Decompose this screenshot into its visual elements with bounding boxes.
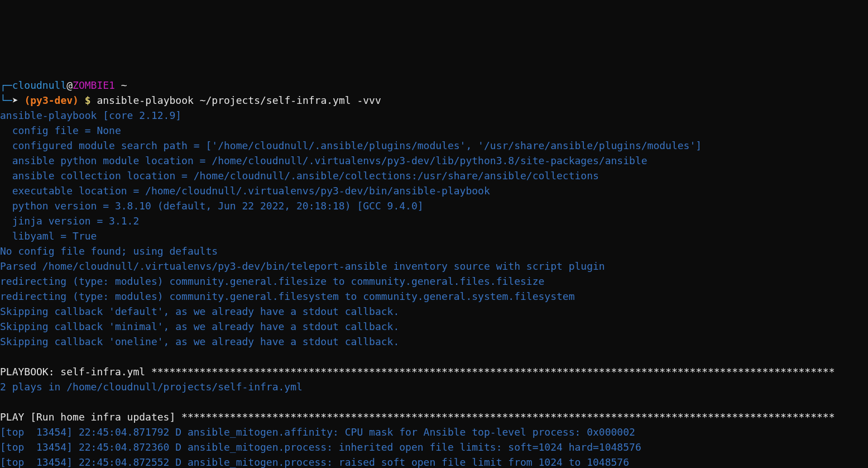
- prompt-corner-top: ┌─: [0, 79, 12, 91]
- module-search-path-line: configured module search path = ['/home/…: [0, 140, 702, 151]
- mitogen-log-line: [top 13454] 22:45:04.871792 D ansible_mi…: [0, 426, 635, 438]
- libyaml-line: libyaml = True: [0, 230, 97, 242]
- config-file-line: config file = None: [0, 125, 121, 136]
- skip-minimal-callback-line: Skipping callback 'minimal', as we alrea…: [0, 321, 399, 332]
- skip-default-callback-line: Skipping callback 'default', as we alrea…: [0, 305, 399, 317]
- prompt-user: cloudnull: [12, 79, 67, 91]
- prompt-line-2: └─➤ (py3-dev) $ ansible-playbook ~/proje…: [0, 94, 381, 106]
- python-version-line: python version = 3.8.10 (default, Jun 22…: [0, 200, 424, 212]
- no-config-line: No config file found; using defaults: [0, 245, 218, 257]
- collection-location-line: ansible collection location = /home/clou…: [0, 170, 599, 182]
- executable-location-line: executable location = /home/cloudnull/.v…: [0, 185, 490, 197]
- parsed-inventory-line: Parsed /home/cloudnull/.virtualenvs/py3-…: [0, 260, 605, 272]
- play-banner: PLAY [Run home infra updates] **********…: [0, 411, 835, 423]
- prompt-arrow: ➤: [12, 94, 25, 106]
- python-module-location-line: ansible python module location = /home/c…: [0, 155, 648, 166]
- terminal-output[interactable]: ┌─cloudnull@ZOMBIE1 ~ └─➤ (py3-dev) $ an…: [0, 75, 868, 468]
- prompt-host: ZOMBIE1: [73, 79, 115, 91]
- playbook-plays-count: 2 plays in /home/cloudnull/projects/self…: [0, 381, 303, 393]
- skip-oneline-callback-line: Skipping callback 'oneline', as we alrea…: [0, 336, 399, 347]
- prompt-dollar: $: [79, 94, 97, 106]
- mitogen-log-line: [top 13454] 22:45:04.872552 D ansible_mi…: [0, 456, 629, 468]
- jinja-version-line: jinja version = 3.1.2: [0, 215, 139, 227]
- prompt-venv: (py3-dev): [24, 94, 79, 106]
- ansible-version-line: ansible-playbook [core 2.12.9]: [0, 109, 181, 121]
- redirect-filesystem-line: redirecting (type: modules) community.ge…: [0, 290, 575, 302]
- prompt-line-1: ┌─cloudnull@ZOMBIE1 ~: [0, 79, 127, 91]
- prompt-at: @: [66, 79, 73, 91]
- prompt-corner-bottom: └─: [0, 94, 12, 106]
- prompt-path: ~: [115, 79, 127, 91]
- redirect-filesize-line: redirecting (type: modules) community.ge…: [0, 275, 544, 287]
- command-text: ansible-playbook ~/projects/self-infra.y…: [97, 94, 381, 106]
- playbook-banner: PLAYBOOK: self-infra.yml ***************…: [0, 366, 835, 378]
- mitogen-log-line: [top 13454] 22:45:04.872360 D ansible_mi…: [0, 441, 641, 453]
